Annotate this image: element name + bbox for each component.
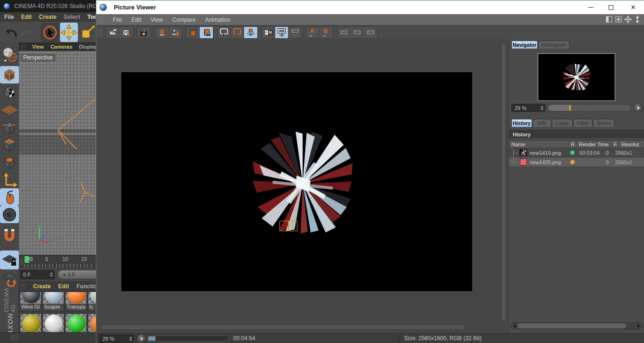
viewport-solo-mouse-tool[interactable] (0, 188, 19, 206)
viewport-canvas[interactable]: Y X Z Perspective (19, 51, 96, 255)
move-panel-icon[interactable] (624, 16, 632, 23)
pv-titlebar[interactable]: Picture Viewer ✕ (96, 0, 644, 14)
timeline-ruler[interactable]: 0 5 10 15 (19, 255, 96, 268)
render-name[interactable]: new1420.png (530, 159, 567, 165)
snap-tool[interactable]: S (0, 206, 19, 223)
status-options-button[interactable] (137, 334, 146, 343)
compare-ab-blend-button[interactable]: AB (288, 27, 302, 38)
status-zoom-spinner[interactable] (129, 336, 134, 341)
column-name[interactable]: Name (509, 141, 568, 148)
material-tile[interactable] (65, 313, 87, 332)
move-tool[interactable] (60, 23, 78, 42)
tab-stereo[interactable]: Stereo (593, 119, 614, 127)
column-r[interactable]: R (568, 141, 576, 148)
ab-grid-button[interactable]: AB (351, 27, 364, 38)
frame-spinner[interactable] (50, 272, 54, 277)
coordinate-globe-icon[interactable] (0, 45, 19, 65)
tab-layer[interactable]: Layer (552, 119, 573, 127)
workplane-lock-tool[interactable] (0, 251, 19, 269)
swap-ab-button[interactable]: AB (338, 27, 351, 38)
split-panel-icon[interactable] (605, 16, 613, 23)
minimize-button[interactable] (583, 0, 599, 14)
add-panel-icon[interactable] (615, 16, 622, 23)
edges-mode-tool[interactable] (0, 136, 19, 153)
show-image-b-button[interactable] (231, 27, 244, 38)
scale-tool[interactable] (78, 23, 96, 42)
material-tile[interactable]: Ic (88, 292, 96, 311)
compare-ab-wipe-button[interactable]: AB (275, 27, 288, 38)
viewport-menu-view[interactable]: View (32, 44, 44, 50)
material-tile[interactable] (20, 313, 42, 332)
tab-history[interactable]: History (511, 119, 532, 127)
compare-ab-button[interactable]: A B (262, 27, 275, 38)
tab-navigator[interactable]: Navigator (511, 41, 538, 49)
polygons-mode-tool[interactable] (0, 153, 19, 171)
scroll-left-icon[interactable] (513, 324, 516, 328)
texture-mode-tool[interactable] (0, 101, 19, 118)
c4d-menu-create[interactable]: Create (39, 14, 56, 20)
resize-vertical-icon[interactable] (634, 16, 641, 23)
current-frame-field[interactable]: 0 F (20, 270, 55, 279)
image-canvas[interactable] (96, 39, 508, 333)
close-button[interactable]: ✕ (625, 0, 641, 14)
timeline-handle[interactable] (19, 258, 23, 265)
magnet-snap-icon[interactable] (0, 226, 19, 245)
points-mode-tool[interactable] (0, 118, 19, 136)
redo-icon[interactable] (20, 25, 33, 39)
save-file-button[interactable] (119, 27, 133, 38)
cache-image-button[interactable] (155, 27, 169, 38)
navigator-options-button[interactable] (634, 103, 643, 112)
material-menu-edit[interactable]: Edit (58, 283, 69, 290)
history-row-selected[interactable]: new1420.png 0 2560x1 (509, 158, 644, 167)
material-tile[interactable]: Wine Gl (20, 292, 42, 311)
delete-image-button[interactable] (186, 27, 200, 38)
tab-histogram[interactable]: Histogram (538, 41, 569, 49)
c4d-menu-file[interactable]: File (4, 14, 14, 20)
pv-menu-compare[interactable]: Compare (172, 17, 195, 23)
slider-arrow-icon[interactable]: ◄ (62, 272, 66, 277)
undo-icon[interactable] (4, 25, 18, 40)
maximize-button[interactable] (603, 0, 619, 14)
material-tile[interactable] (88, 313, 96, 332)
material-menu-create[interactable]: Create (33, 283, 51, 290)
pv-menu-handle[interactable] (99, 16, 103, 23)
c4d-menu-edit[interactable]: Edit (21, 14, 32, 20)
frame-power-slider[interactable]: ◄ 0 F (58, 270, 96, 279)
material-tile[interactable] (42, 313, 64, 332)
set-as-a-button[interactable]: A→ (306, 27, 320, 38)
material-menu-handle[interactable] (21, 284, 25, 289)
material-tile[interactable]: Soapie (42, 292, 64, 311)
rendered-image[interactable] (121, 72, 472, 291)
ab-sequence-button[interactable]: AB (364, 27, 377, 38)
axis-mode-tool[interactable] (0, 171, 19, 188)
history-row[interactable]: new1419.png 00:03:04 0 2560x1 (509, 148, 644, 158)
canvas-horizontal-scrollbar[interactable] (101, 325, 466, 330)
show-image-a-button[interactable] (218, 27, 231, 38)
pv-menu-file[interactable]: File (113, 17, 122, 23)
column-render-time[interactable]: Render Time (576, 141, 611, 148)
workplane-mode-tool[interactable] (0, 269, 19, 288)
navigator-preview[interactable] (538, 53, 615, 101)
set-as-b-button[interactable]: B→ (320, 27, 333, 38)
bottom-strip-handle[interactable] (10, 334, 19, 342)
tab-info[interactable]: Info (533, 119, 551, 127)
viewport-menu-handle[interactable] (21, 44, 25, 50)
navigator-zoom-field[interactable]: 29 % (511, 104, 545, 112)
viewport-menu-display[interactable]: Display (79, 44, 97, 50)
scroll-right-icon[interactable] (637, 324, 640, 328)
viewport-menu-cameras[interactable]: Cameras (51, 44, 72, 50)
navigator-zoom-slider[interactable] (548, 104, 631, 111)
pv-menu-edit[interactable]: Edit (131, 17, 141, 23)
navigator-zoom-spinner[interactable] (541, 106, 545, 110)
model-mode-tool[interactable] (0, 84, 19, 101)
perspective-viewport[interactable]: View Cameras Display Y (19, 42, 96, 255)
pv-menu-view[interactable]: View (151, 17, 163, 23)
pv-toolbar-handle[interactable] (98, 28, 102, 37)
canvas-vertical-scrollbar[interactable] (501, 43, 506, 321)
pv-menu-animation[interactable]: Animation (205, 17, 230, 23)
render-settings-button[interactable] (137, 27, 151, 38)
timeline-current-frame-marker[interactable] (25, 256, 29, 263)
c4d-menu-select[interactable]: Select (64, 14, 80, 20)
scrollbar-thumb[interactable] (517, 323, 626, 328)
viewport-label[interactable]: Perspective (20, 54, 56, 61)
